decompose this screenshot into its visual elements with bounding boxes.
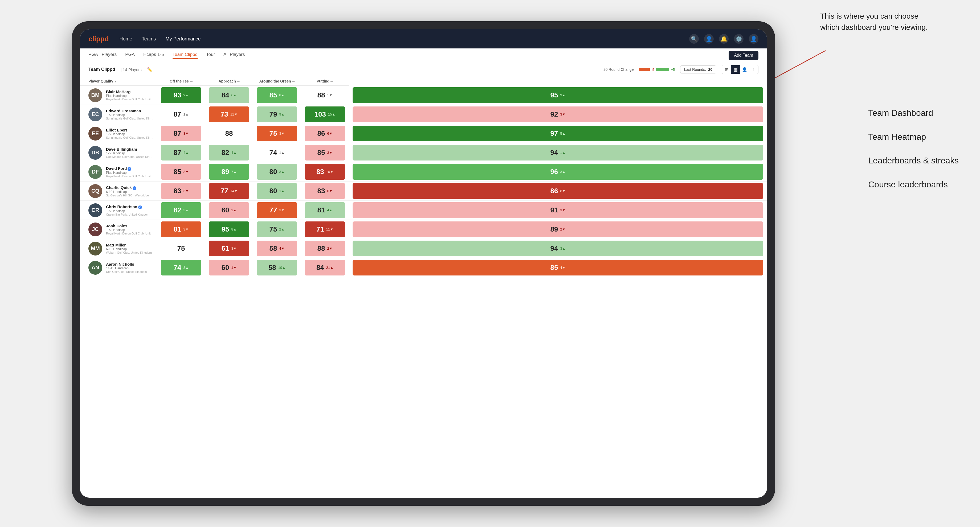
stat-cell-player_quality: 81 3▼	[157, 220, 205, 239]
table-row[interactable]: DF David Ford✓ Plus Handicap Royal North…	[80, 162, 767, 181]
stat-cell-off_tee: 84 6▲	[205, 86, 253, 105]
user-icon[interactable]: 👤	[704, 34, 714, 44]
last-rounds-value: 20	[708, 67, 712, 71]
stat-box: 96 3▲	[353, 164, 763, 179]
stat-value: 58	[269, 244, 277, 252]
sub-nav-tour[interactable]: Tour	[206, 52, 215, 59]
view-grid-btn[interactable]: ⊞	[722, 65, 731, 74]
search-icon[interactable]: 🔍	[689, 34, 699, 44]
table-row[interactable]: EC Edward Crossman 1-5 Handicap Sunningd…	[80, 105, 767, 124]
stat-cell-off_tee: 89 7▲	[205, 162, 253, 181]
stat-box: 75 3▼	[257, 125, 297, 141]
stat-change: 1▼	[231, 266, 237, 270]
table-row[interactable]: AN Aaron Nicholls 11-15 Handicap Drift G…	[80, 258, 767, 277]
col-header-putting[interactable]: Putting —	[301, 77, 349, 86]
nav-link-performance[interactable]: My Performance	[165, 36, 201, 42]
stat-cell-putting: 94 1▲	[349, 143, 767, 162]
stat-cell-putting: 86 8▼	[349, 181, 767, 201]
bar-neg	[639, 68, 650, 71]
team-header: Team Clippd | 14 Players ✏️ 20 Round Cha…	[80, 62, 767, 77]
table-row[interactable]: CR Chris Robertson✓ 1-5 Handicap Craigmi…	[80, 201, 767, 220]
stat-change: 3▼	[560, 112, 565, 116]
add-team-button[interactable]: Add Team	[729, 51, 759, 60]
player-club: Royal North Devon Golf Club, United King…	[106, 232, 154, 235]
player-cell[interactable]: DB Dave Billingham 1-5 Handicap Gog Mago…	[80, 143, 157, 162]
stat-value: 75	[269, 129, 277, 138]
nav-link-teams[interactable]: Teams	[142, 36, 156, 42]
player-cell[interactable]: BM Blair McHarg Plus Handicap Royal Nort…	[80, 86, 157, 105]
tablet-screen: clippd Home Teams My Performance 🔍 👤 🔔 ⚙…	[80, 29, 767, 498]
stat-box: 80 1▲	[257, 183, 297, 199]
player-info: Chris Robertson✓ 1-5 Handicap Craigmilla…	[106, 205, 150, 216]
stat-value: 95	[221, 225, 229, 233]
col-header-approach[interactable]: Approach —	[205, 77, 253, 86]
player-cell[interactable]: MM Matt Miller 6-10 Handicap Woburn Golf…	[80, 239, 157, 258]
stat-value: 60	[221, 206, 229, 214]
view-export-btn[interactable]: ↑	[749, 65, 758, 74]
player-cell[interactable]: DF David Ford✓ Plus Handicap Royal North…	[80, 162, 157, 181]
table-row[interactable]: CQ Charlie Quick✓ 6-10 Handicap St. Geor…	[80, 181, 767, 201]
stat-value: 81	[317, 206, 325, 214]
player-handicap: 1-5 Handicap	[106, 132, 154, 136]
bell-icon[interactable]: 🔔	[719, 34, 729, 44]
table-row[interactable]: EE Elliot Ebert 1-5 Handicap Sunningdale…	[80, 124, 767, 143]
col-header-around-green[interactable]: Around the Green —	[253, 77, 301, 86]
player-cell[interactable]: CQ Charlie Quick✓ 6-10 Handicap St. Geor…	[80, 181, 157, 201]
stat-value: 77	[269, 206, 277, 214]
table-row[interactable]: MM Matt Miller 6-10 Handicap Woburn Golf…	[80, 239, 767, 258]
table-row[interactable]: BM Blair McHarg Plus Handicap Royal Nort…	[80, 86, 767, 105]
player-info: Aaron Nicholls 11-15 Handicap Drift Golf…	[106, 262, 147, 273]
stat-box: 80 3▲	[257, 164, 297, 179]
stat-change: 8▲	[183, 266, 189, 270]
stat-box: 86 6▼	[305, 125, 345, 141]
col-header-player[interactable]: Player Quality ▼	[80, 77, 157, 86]
settings-icon[interactable]: ⚙️	[734, 34, 743, 44]
avatar: DB	[88, 146, 102, 160]
stat-box: 97 5▲	[353, 125, 763, 141]
table-row[interactable]: DB Dave Billingham 1-5 Handicap Gog Mago…	[80, 143, 767, 162]
stat-change: 8▼	[560, 189, 565, 193]
view-chart-btn[interactable]: 👤	[740, 65, 749, 74]
stat-value: 61	[221, 244, 229, 252]
sub-nav-pga[interactable]: PGA	[125, 52, 135, 59]
avatar-icon[interactable]: 👤	[749, 34, 759, 44]
view-heatmap-btn[interactable]: ▦	[731, 65, 740, 74]
stat-cell-off_tee: 95 8▲	[205, 220, 253, 239]
round-change-bar: -5 +5	[639, 68, 675, 71]
stat-value: 84	[317, 264, 324, 272]
avatar: AN	[88, 261, 102, 275]
stat-value: 87	[173, 110, 181, 119]
pos-val: +5	[671, 68, 675, 71]
last-rounds-button[interactable]: Last Rounds: 20	[680, 65, 716, 73]
nav-link-home[interactable]: Home	[119, 36, 132, 42]
player-cell[interactable]: JC Josh Coles 1-5 Handicap Royal North D…	[80, 220, 157, 239]
edit-icon[interactable]: ✏️	[147, 67, 152, 72]
stat-value: 81	[173, 225, 181, 233]
player-cell[interactable]: CR Chris Robertson✓ 1-5 Handicap Craigmi…	[80, 201, 157, 220]
stat-change: 15▲	[328, 112, 335, 116]
player-cell[interactable]: AN Aaron Nicholls 11-15 Handicap Drift G…	[80, 258, 157, 277]
stat-box: 89 2▼	[353, 221, 763, 237]
sub-nav-hcaps[interactable]: Hcaps 1-5	[143, 52, 164, 59]
stat-change: 3▼	[279, 208, 285, 212]
table-container[interactable]: Player Quality ▼ Off the Tee — Approach …	[80, 77, 767, 498]
stat-cell-putting: 96 3▲	[349, 162, 767, 181]
stat-change: 3▲	[279, 170, 285, 174]
stat-cell-player_quality: 74 8▲	[157, 258, 205, 277]
stat-value: 86	[317, 129, 325, 138]
team-name: Team Clippd	[88, 67, 115, 72]
stat-cell-around_green: 81 4▲	[301, 201, 349, 220]
stat-change: 2▼	[560, 227, 565, 231]
stat-cell-putting: 91 3▼	[349, 201, 767, 220]
sub-nav-team-clippd[interactable]: Team Clippd	[173, 52, 198, 59]
stat-box: 75 2▲	[257, 221, 297, 237]
col-header-off-tee[interactable]: Off the Tee —	[157, 77, 205, 86]
player-cell[interactable]: EE Elliot Ebert 1-5 Handicap Sunningdale…	[80, 124, 157, 143]
stat-change: 4▼	[279, 246, 285, 251]
stat-box: 85 3▼	[161, 164, 201, 179]
sub-nav-pgat[interactable]: PGAT Players	[88, 52, 117, 59]
table-row[interactable]: JC Josh Coles 1-5 Handicap Royal North D…	[80, 220, 767, 239]
sub-nav-all-players[interactable]: All Players	[223, 52, 245, 59]
player-cell[interactable]: EC Edward Crossman 1-5 Handicap Sunningd…	[80, 105, 157, 124]
stat-box: 83 3▼	[161, 183, 201, 199]
